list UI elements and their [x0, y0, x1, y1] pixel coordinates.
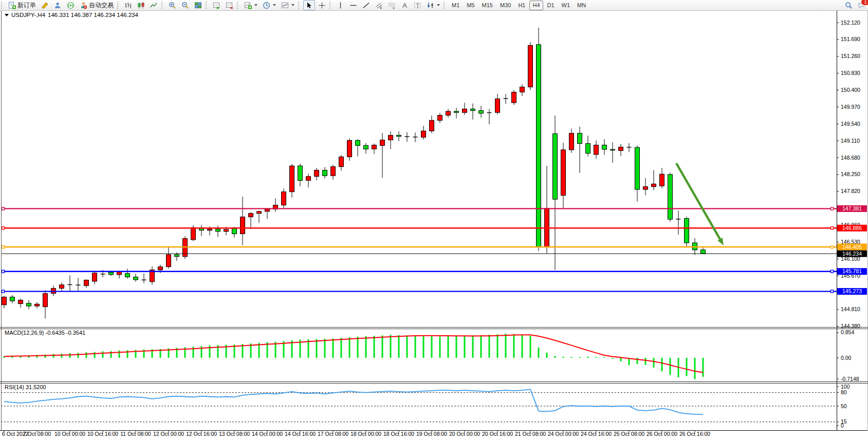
crosshair-button[interactable]: [316, 0, 328, 10]
vertical-line-button[interactable]: [335, 0, 346, 10]
svg-text:10 Oct 16:00: 10 Oct 16:00: [87, 431, 118, 437]
new-order-button[interactable]: 新订单: [6, 0, 38, 10]
shapes-icon: [427, 2, 434, 9]
svg-text:18 Oct 00:00: 18 Oct 00:00: [350, 431, 381, 437]
svg-text:19 Oct 08:00: 19 Oct 08:00: [416, 431, 447, 437]
new-order-button-label: 新订单: [17, 1, 36, 10]
svg-text:146.405: 146.405: [842, 244, 862, 250]
fibonacci-button[interactable]: F: [386, 0, 398, 10]
timeframe-h1-button[interactable]: H1: [515, 1, 528, 10]
chart-title: USDJPY-,H4 146.331 146.387 146.234 146.2…: [5, 12, 138, 18]
dropdown-caret-icon[interactable]: [254, 4, 257, 6]
label-button[interactable]: T: [412, 0, 423, 10]
toolbar-group-separator: [117, 2, 121, 9]
linechart-icon: [150, 2, 158, 9]
macd-indicator-label: MACD(12,26,9) -0.6435 -0.3541: [5, 330, 85, 336]
svg-text:0.00: 0.00: [841, 355, 852, 361]
svg-text:12 Oct 00:00: 12 Oct 00:00: [153, 431, 184, 437]
svg-text:147.820: 147.820: [841, 188, 860, 194]
svg-text:20 Oct 00:00: 20 Oct 00:00: [449, 431, 480, 437]
auto-scroll-button[interactable]: [211, 0, 223, 10]
candle-chart-button[interactable]: [135, 0, 147, 10]
svg-text:100: 100: [841, 384, 850, 390]
svg-text:14 Oct 16:00: 14 Oct 16:00: [285, 431, 316, 437]
notifications-button[interactable]: 1: [856, 0, 867, 10]
svg-text:80: 80: [841, 389, 847, 395]
chart-canvas: 152.120151.690151.260150.830150.400149.9…: [0, 0, 868, 441]
timeframe-m1-button[interactable]: M1: [449, 1, 463, 10]
svg-text:18 Oct 16:00: 18 Oct 16:00: [383, 431, 414, 437]
candles-icon: [137, 2, 145, 9]
cursor-button[interactable]: [303, 0, 315, 10]
zoom-in-icon: [169, 2, 176, 9]
zoom-in-button[interactable]: [167, 0, 178, 10]
search-button[interactable]: [843, 0, 855, 10]
search-icon: [845, 2, 853, 9]
indicator-plus-icon: [244, 2, 252, 9]
svg-text:146.886: 146.886: [842, 225, 862, 231]
dropdown-caret-icon[interactable]: [437, 4, 440, 6]
svg-text:151.260: 151.260: [841, 53, 860, 59]
toolbar-group-separator: [444, 2, 447, 9]
channel-icon: E: [375, 2, 383, 9]
svg-text:E: E: [380, 6, 382, 9]
timeframe-d1-button[interactable]: D1: [544, 1, 558, 10]
tile-windows-button[interactable]: [192, 0, 204, 10]
svg-text:A: A: [402, 2, 407, 9]
tiles-icon: [194, 2, 202, 9]
clock-icon: [263, 2, 270, 9]
doc-plus-icon: [8, 2, 16, 9]
line-chart-button[interactable]: [148, 0, 160, 10]
dropdown-caret-icon[interactable]: [273, 4, 276, 6]
svg-text:148.250: 148.250: [841, 171, 860, 177]
svg-text:24 Oct 00:00: 24 Oct 00:00: [548, 431, 579, 437]
svg-text:145.781: 145.781: [842, 268, 862, 274]
channel-button[interactable]: E: [373, 0, 385, 10]
bar-chart-button[interactable]: [122, 0, 134, 10]
svg-text:25 Oct 08:00: 25 Oct 08:00: [614, 431, 644, 437]
horizontal-line-button[interactable]: [347, 0, 359, 10]
svg-text:26 Oct 00:00: 26 Oct 00:00: [647, 431, 677, 437]
text-t-icon: T: [414, 2, 421, 9]
svg-text:151.690: 151.690: [841, 36, 860, 42]
svg-text:149.970: 149.970: [841, 104, 860, 110]
hline-icon: [349, 2, 357, 9]
dropdown-caret-icon[interactable]: [291, 4, 294, 6]
timeframe-mn-button[interactable]: MN: [574, 1, 589, 10]
trading-terminal-window: 新订单自动交易EFATM1M5M15M30H1H4D1W1MN1 152.120…: [0, 0, 868, 441]
price-badge-147.381: 147.381: [837, 205, 867, 212]
text-button[interactable]: A: [399, 0, 411, 10]
periods-button[interactable]: [261, 0, 278, 10]
timeframe-m5-button[interactable]: M5: [464, 1, 477, 10]
trendline-button[interactable]: [360, 0, 372, 10]
chart-collapse-icon[interactable]: [5, 14, 9, 16]
zoom-out-button[interactable]: [179, 0, 191, 10]
profile-button[interactable]: [52, 0, 64, 10]
toolbar-group-separator: [161, 2, 165, 9]
timeframe-m30-button[interactable]: M30: [497, 1, 514, 10]
indicators-button[interactable]: [242, 0, 260, 10]
vline-icon: [337, 2, 344, 9]
svg-text:13 Oct 08:00: 13 Oct 08:00: [219, 431, 250, 437]
notification-count-badge: 1: [861, 0, 868, 6]
templates-button[interactable]: [279, 0, 297, 10]
svg-text:146.234: 146.234: [842, 251, 862, 257]
chart-symbol-period: USDJPY-,H4: [11, 12, 45, 18]
svg-text:152.120: 152.120: [841, 20, 860, 26]
price-badge-145.781: 145.781: [837, 268, 867, 275]
timeframe-w1-button[interactable]: W1: [559, 1, 574, 10]
marker-button[interactable]: [39, 0, 51, 10]
svg-text:50: 50: [841, 403, 847, 409]
chart-shift-button[interactable]: [224, 0, 235, 10]
algo-trading-button[interactable]: 自动交易: [78, 0, 116, 10]
timeframe-h4-button[interactable]: H4: [529, 1, 543, 10]
svg-text:149.540: 149.540: [841, 121, 860, 127]
fibo-icon: F: [388, 2, 396, 9]
price-badge-146.405: 146.405: [837, 244, 867, 251]
time-axis[interactable]: 6 Oct 20227 Oct 08:0010 Oct 00:0010 Oct …: [2, 431, 710, 437]
signal-button[interactable]: [65, 0, 77, 10]
timeframe-m15-button[interactable]: M15: [479, 1, 496, 10]
template-icon: [281, 2, 289, 9]
toolbar-group-separator: [237, 2, 241, 9]
objects-button[interactable]: [424, 0, 442, 10]
